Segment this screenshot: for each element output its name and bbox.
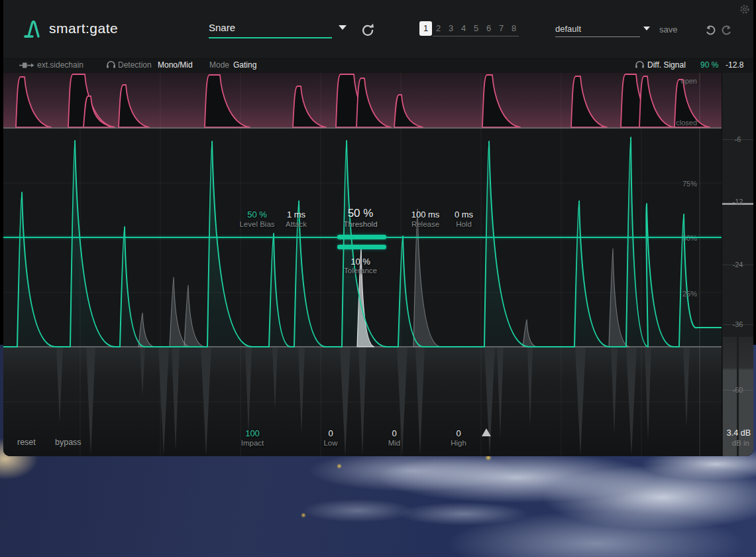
bank-dropdown-caret-icon[interactable] bbox=[643, 27, 650, 31]
tolerance-label: Tolerance bbox=[344, 267, 377, 275]
app-title: smart:gate bbox=[49, 21, 118, 36]
mid-label: Mid bbox=[388, 439, 401, 447]
diff-signal-headphones-icon[interactable] bbox=[635, 60, 645, 69]
slot-5-button[interactable]: 5 bbox=[470, 21, 482, 36]
threshold-label: Threshold bbox=[343, 220, 377, 228]
scale-75-label: 75% bbox=[682, 180, 697, 188]
mid-value[interactable]: 0 bbox=[392, 428, 396, 438]
slot-underline bbox=[433, 36, 519, 36]
preset-selector[interactable]: Snare bbox=[209, 22, 235, 33]
input-level-meter: -6 -12 -24 -36 -60 3.4 dB dB in bbox=[722, 73, 753, 456]
headphones-icon bbox=[106, 60, 116, 69]
diff-signal-amount[interactable]: 90 % bbox=[700, 60, 718, 70]
gate-closed-label: closed bbox=[676, 119, 697, 127]
slot-3-button[interactable]: 3 bbox=[445, 21, 457, 36]
waveform-canvas bbox=[3, 73, 753, 456]
input-level-readout: -12.8 bbox=[726, 60, 743, 70]
high-label: High bbox=[451, 439, 466, 447]
low-label: Low bbox=[323, 439, 337, 447]
preset-slot-strip: 1 2 3 4 5 6 7 8 bbox=[419, 21, 520, 36]
input-db-unit: dB in bbox=[732, 439, 749, 447]
meter-db-36: -36 bbox=[722, 320, 753, 328]
scale-50-label: 50% bbox=[682, 234, 697, 242]
meter-db-12: -12 bbox=[722, 198, 753, 206]
undo-icon[interactable] bbox=[704, 24, 718, 37]
gear-icon[interactable] bbox=[739, 3, 751, 15]
detection-value-selector[interactable]: Mono/Mid bbox=[158, 60, 193, 70]
hold-label: Hold bbox=[456, 220, 472, 228]
threshold-handle-lower[interactable] bbox=[337, 245, 386, 249]
release-value[interactable]: 100 ms bbox=[411, 210, 440, 219]
release-label: Release bbox=[411, 220, 439, 228]
save-button[interactable]: save bbox=[659, 25, 677, 34]
threshold-value[interactable]: 50 % bbox=[348, 207, 374, 220]
ext-sidechain-toggle[interactable]: ext.sidechain bbox=[37, 60, 83, 70]
diff-signal-toggle[interactable]: Diff. Signal bbox=[647, 60, 686, 70]
slot-1-button[interactable]: 1 bbox=[419, 21, 432, 36]
input-db-value: 3.4 dB bbox=[727, 428, 751, 438]
preset-underline bbox=[209, 37, 332, 38]
smartgate-plugin-window: smart:gate Snare 1 2 3 4 5 6 7 8 default… bbox=[3, 0, 753, 456]
refresh-preset-icon[interactable] bbox=[360, 23, 375, 37]
meter-db-60: -60 bbox=[722, 386, 753, 394]
meter-db-24: -24 bbox=[722, 261, 753, 269]
meter-db-6: -6 bbox=[722, 135, 753, 143]
redo-icon[interactable] bbox=[720, 24, 733, 37]
gate-open-label: open bbox=[681, 77, 697, 85]
meter-bar-left bbox=[723, 337, 737, 456]
tolerance-value[interactable]: 10 % bbox=[351, 257, 370, 267]
mode-label: Mode bbox=[209, 60, 229, 70]
low-value[interactable]: 0 bbox=[328, 428, 333, 438]
band-marker-triangle-icon[interactable] bbox=[482, 428, 491, 436]
reset-button[interactable]: reset bbox=[17, 438, 36, 447]
mode-value-selector[interactable]: Gating bbox=[233, 60, 256, 70]
attack-label: Attack bbox=[286, 220, 307, 228]
gate-display: open closed 75% 50% 25% 50 % Level Bias … bbox=[3, 73, 753, 456]
preset-dropdown-caret-icon[interactable] bbox=[339, 25, 347, 30]
threshold-handle-upper[interactable] bbox=[337, 235, 386, 239]
slot-2-button[interactable]: 2 bbox=[432, 21, 445, 36]
logo-icon bbox=[24, 19, 42, 38]
hold-value[interactable]: 0 ms bbox=[455, 210, 473, 219]
high-value[interactable]: 0 bbox=[456, 428, 460, 438]
level-bias-value[interactable]: 50 % bbox=[247, 210, 267, 219]
bank-underline bbox=[555, 36, 640, 37]
scale-25-label: 25% bbox=[682, 290, 697, 298]
slot-8-button[interactable]: 8 bbox=[508, 21, 520, 36]
sidechain-icon bbox=[19, 61, 34, 70]
attack-value[interactable]: 1 ms bbox=[287, 210, 305, 219]
slot-6-button[interactable]: 6 bbox=[482, 21, 495, 36]
impact-value[interactable]: 100 bbox=[245, 428, 260, 438]
detection-label: Detection bbox=[118, 60, 152, 70]
bank-selector[interactable]: default bbox=[555, 24, 581, 34]
impact-label: Impact bbox=[241, 439, 264, 447]
level-bias-label: Level Bias bbox=[239, 220, 274, 228]
header-bar: smart:gate Snare 1 2 3 4 5 6 7 8 default… bbox=[3, 0, 753, 58]
slot-4-button[interactable]: 4 bbox=[457, 21, 470, 36]
slot-7-button[interactable]: 7 bbox=[495, 21, 508, 36]
meter-bar-right bbox=[739, 337, 753, 456]
bypass-button[interactable]: bypass bbox=[55, 438, 81, 447]
